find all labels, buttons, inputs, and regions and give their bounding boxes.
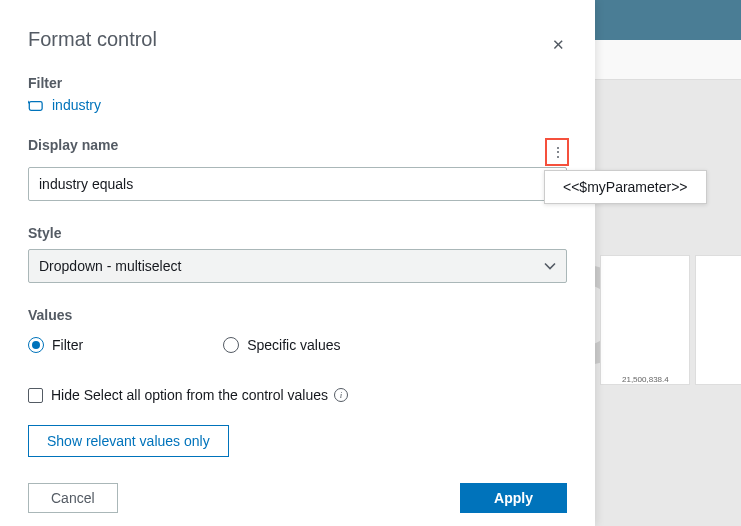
- info-icon[interactable]: i: [334, 388, 348, 402]
- kebab-icon: ⋮: [551, 145, 564, 159]
- close-button[interactable]: ✕: [551, 38, 565, 52]
- values-section-label: Values: [28, 307, 567, 323]
- radio-icon: [223, 337, 239, 353]
- hide-select-all-text: Hide Select all option from the control …: [51, 387, 328, 403]
- radio-filter-label: Filter: [52, 337, 83, 353]
- parameter-popup[interactable]: <<$myParameter>>: [544, 170, 707, 204]
- style-select[interactable]: Dropdown - multiselect: [28, 249, 567, 283]
- values-radio-group: Filter Specific values: [28, 337, 567, 353]
- bg-card-dollar: $: [695, 255, 741, 385]
- style-select-value: Dropdown - multiselect: [39, 258, 181, 274]
- format-control-panel: Format control ✕ Filter industry Display…: [0, 0, 595, 526]
- apply-button[interactable]: Apply: [460, 483, 567, 513]
- hide-select-all-label: Hide Select all option from the control …: [51, 387, 348, 403]
- radio-specific-values[interactable]: Specific values: [223, 337, 340, 353]
- show-relevant-values-button[interactable]: Show relevant values only: [28, 425, 229, 457]
- chevron-down-icon: [544, 259, 556, 273]
- bg-card-gauge: [600, 255, 690, 385]
- radio-filter[interactable]: Filter: [28, 337, 83, 353]
- hide-select-all-checkbox-row[interactable]: Hide Select all option from the control …: [28, 387, 567, 403]
- cancel-button[interactable]: Cancel: [28, 483, 118, 513]
- filter-value: industry: [52, 97, 101, 113]
- parameter-menu-button[interactable]: ⋮: [545, 138, 569, 166]
- radio-specific-label: Specific values: [247, 337, 340, 353]
- svg-rect-0: [29, 102, 42, 111]
- filter-value-row[interactable]: industry: [28, 97, 567, 113]
- parameter-popup-text: <<$myParameter>>: [563, 179, 688, 195]
- filter-section-label: Filter: [28, 75, 567, 91]
- display-name-input[interactable]: [28, 167, 567, 201]
- display-name-label: Display name: [28, 137, 118, 153]
- checkbox-icon: [28, 388, 43, 403]
- style-section-label: Style: [28, 225, 567, 241]
- panel-title: Format control: [28, 28, 567, 51]
- close-icon: ✕: [552, 36, 565, 53]
- bg-gauge-label: 21,500,838.4: [622, 375, 669, 384]
- action-button-row: Cancel Apply: [28, 483, 567, 513]
- radio-icon-selected: [28, 337, 44, 353]
- field-icon: [28, 99, 46, 111]
